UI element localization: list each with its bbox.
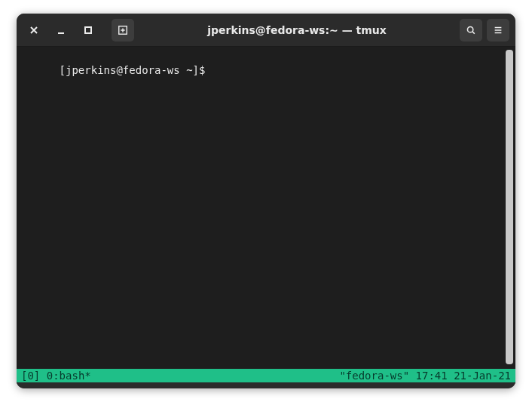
tmux-window-indicator: 0:bash* bbox=[47, 369, 91, 382]
maximize-icon bbox=[83, 25, 93, 35]
hamburger-icon bbox=[493, 25, 503, 35]
tmux-status-bar: [0] 0:bash* "fedora-ws" 17:41 21-Jan-21 bbox=[17, 369, 515, 382]
window-title: jperkins@fedora-ws:~ — tmux bbox=[139, 24, 455, 36]
search-button[interactable] bbox=[460, 19, 482, 41]
new-tab-icon bbox=[118, 25, 128, 35]
close-button[interactable] bbox=[23, 19, 45, 41]
minimize-button[interactable] bbox=[50, 19, 72, 41]
tmux-hostname: "fedora-ws" bbox=[339, 369, 409, 382]
tmux-time: 17:41 bbox=[416, 369, 448, 382]
search-icon bbox=[466, 25, 476, 35]
new-tab-button[interactable] bbox=[112, 19, 134, 41]
shell-prompt: [jperkins@fedora-ws ~]$ bbox=[60, 64, 212, 76]
menu-button[interactable] bbox=[487, 19, 509, 41]
terminal-window: jperkins@fedora-ws:~ — tmux [jperkins@fe… bbox=[17, 14, 515, 388]
titlebar: jperkins@fedora-ws:~ — tmux bbox=[17, 14, 515, 47]
terminal-body[interactable]: [jperkins@fedora-ws ~]$ [0] 0:bash* "fed… bbox=[17, 47, 515, 382]
scrollbar[interactable] bbox=[506, 50, 513, 364]
svg-line-8 bbox=[472, 31, 475, 33]
minimize-icon bbox=[56, 25, 66, 35]
tmux-date: 21-Jan-21 bbox=[454, 369, 511, 382]
close-icon bbox=[29, 25, 39, 35]
tmux-session-indicator: [0] bbox=[21, 369, 40, 382]
terminal-content[interactable]: [jperkins@fedora-ws ~]$ bbox=[17, 47, 506, 382]
svg-point-7 bbox=[467, 26, 472, 32]
maximize-button[interactable] bbox=[77, 19, 99, 41]
svg-rect-3 bbox=[85, 27, 91, 33]
window-bottom-border bbox=[17, 382, 515, 388]
